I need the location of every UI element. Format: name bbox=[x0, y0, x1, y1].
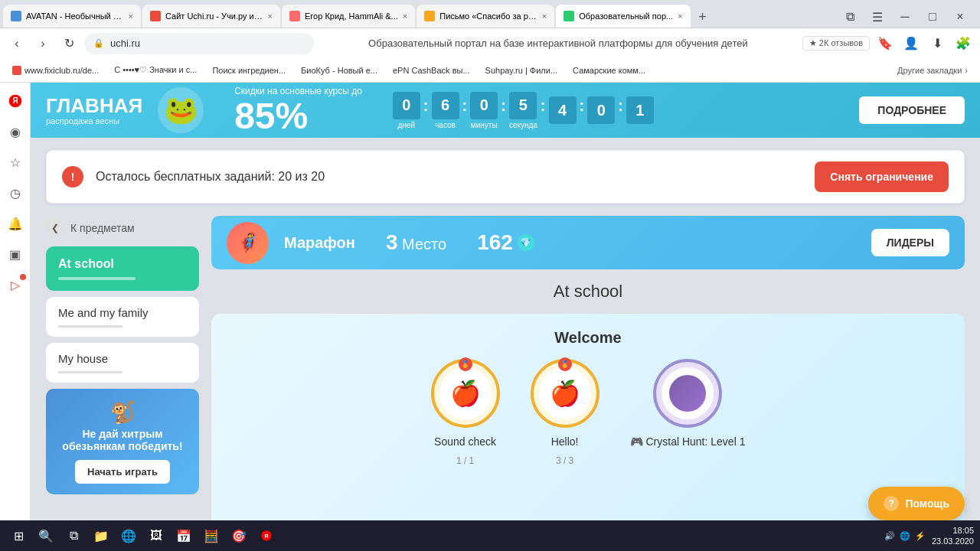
topic-me-and-family[interactable]: Me and my family bbox=[46, 297, 199, 337]
reload-button[interactable]: ↻ bbox=[58, 33, 80, 54]
welcome-title: Welcome bbox=[227, 329, 949, 347]
back-label: К предметам bbox=[70, 222, 135, 234]
tab-avatan[interactable]: AVATAN - Необычный Фо... × bbox=[3, 5, 141, 28]
app1-button[interactable]: 🎯 bbox=[227, 523, 251, 548]
lesson-crystal-hunt[interactable]: 🎮 Crystal Hunt: Level 1 bbox=[630, 359, 746, 448]
bookmark-suhpay[interactable]: Suhpay.ru | Фили... bbox=[479, 64, 564, 77]
right-content: 🦸 Марафон 3 Место 162 💎 ЛИДЕРЫ bbox=[211, 216, 965, 549]
promo-discount-label: Скидки на основные курсы до bbox=[234, 86, 362, 96]
lesson-medal-hello: 🏅 bbox=[558, 357, 572, 371]
bookmark-search[interactable]: Поиск ингредиен... bbox=[206, 64, 292, 77]
hamburger-button[interactable]: ☰ bbox=[867, 6, 888, 28]
countdown-s2: 4 bbox=[549, 96, 577, 124]
tab-close-uchiru[interactable]: × bbox=[268, 11, 273, 21]
maximize-button[interactable]: □ bbox=[922, 6, 943, 28]
promo-percent: 85% bbox=[234, 98, 308, 135]
two-col-layout: ❮ К предметам At school Me and my family bbox=[46, 216, 965, 549]
url-bar[interactable]: 🔒 uchi.ru bbox=[84, 33, 314, 54]
star-sidebar-icon[interactable]: ☆ bbox=[3, 150, 28, 174]
bookmark-c[interactable]: C ••••♥♡ Значки и с... bbox=[108, 64, 203, 77]
section-title: At school bbox=[211, 279, 965, 305]
browser-taskbar-button[interactable]: 🌐 bbox=[116, 523, 141, 548]
search-taskbar-button[interactable]: 🔍 bbox=[34, 523, 58, 548]
start-button[interactable]: ⊞ bbox=[6, 523, 31, 548]
help-button[interactable]: ? Помощь bbox=[868, 487, 965, 520]
tab-egorkrid[interactable]: Егор Крид, HammAli &... × bbox=[282, 5, 415, 28]
bookmark-epn[interactable]: ePN CashBack вы... bbox=[387, 64, 476, 77]
countdown-hours: 6 bbox=[432, 92, 459, 119]
extensions-button[interactable]: 🧩 bbox=[952, 33, 974, 54]
remove-limit-button[interactable]: Снять ограничение bbox=[815, 161, 949, 192]
url-text: uchi.ru bbox=[110, 37, 140, 49]
yandex-logo-icon[interactable]: Я bbox=[3, 89, 28, 113]
tab-letter[interactable]: Письмо «Спасибо за рег... × bbox=[416, 5, 554, 28]
tab-favicon-letter bbox=[424, 11, 435, 21]
back-to-subjects-link[interactable]: ❮ К предметам bbox=[46, 216, 199, 240]
history-sidebar-icon[interactable]: ◷ bbox=[3, 181, 28, 205]
download-button[interactable]: ⬇ bbox=[926, 33, 948, 54]
minimize-button[interactable]: ─ bbox=[894, 6, 916, 28]
monkey-banner-text: Не дай хитрым обезьянкам победить! bbox=[57, 428, 188, 452]
promo-main-text: ГЛАВНАЯ bbox=[46, 95, 142, 117]
marathon-place-text: Место bbox=[402, 236, 446, 253]
monkey-play-button[interactable]: Начать играть bbox=[75, 460, 170, 484]
task-view-button[interactable]: ⧉ bbox=[61, 523, 86, 548]
tab-label-uchiru: Сайт Uchi.ru - Учи.ру инте... bbox=[165, 11, 263, 21]
back-arrow-icon: ❮ bbox=[46, 219, 64, 237]
restore-button[interactable]: ⧉ bbox=[839, 6, 861, 28]
profile-button[interactable]: 👤 bbox=[900, 33, 922, 54]
bookmark-samara[interactable]: Самарские комм... bbox=[567, 64, 652, 77]
countdown-days-label: дней bbox=[398, 121, 416, 129]
tab-close-egorkrid[interactable]: × bbox=[403, 11, 407, 21]
countdown-minutes-label: минуты bbox=[471, 121, 498, 129]
tray-icon1: 🔊 bbox=[884, 531, 895, 541]
calculator-button[interactable]: 🧮 bbox=[199, 523, 224, 548]
help-label: Помощь bbox=[905, 497, 949, 510]
bookmarks-bar: www.fixiclub.ru/de... C ••••♥♡ Значки и … bbox=[0, 58, 980, 83]
yandex-button[interactable]: Я bbox=[254, 523, 279, 548]
tab-close-avatan[interactable]: × bbox=[129, 11, 133, 21]
marathon-place-num: 3 bbox=[386, 230, 398, 254]
bookmark-more[interactable]: Другие закладки › bbox=[891, 64, 974, 77]
screen-sidebar-icon[interactable]: ▣ bbox=[3, 242, 28, 266]
notifications-sidebar-icon[interactable]: 🔔 bbox=[3, 211, 28, 236]
left-sidebar: ❮ К предметам At school Me and my family bbox=[46, 216, 199, 549]
tab-close-letter[interactable]: × bbox=[542, 11, 547, 21]
promo-more-button[interactable]: ПОДРОБНЕЕ bbox=[859, 96, 965, 124]
leaders-button[interactable]: ЛИДЕРЫ bbox=[871, 229, 949, 256]
file-explorer-button[interactable]: 📁 bbox=[89, 523, 113, 548]
apple-icon-hello: 🍎 bbox=[550, 379, 580, 408]
reviews-badge[interactable]: ★ 2К отзывов bbox=[802, 36, 870, 51]
lesson-circle-inner-sound-check: 🍎 bbox=[439, 367, 492, 419]
tab-close-portal[interactable]: × bbox=[678, 11, 682, 21]
countdown-t1: 0 bbox=[587, 96, 615, 124]
marathon-label: Марафон bbox=[284, 234, 355, 252]
tab-uchiru[interactable]: Сайт Uchi.ru - Учи.ру инте... × bbox=[142, 5, 280, 28]
close-button[interactable]: × bbox=[949, 6, 971, 28]
lesson-hello[interactable]: 🏅 🍎 Hello! 3 / 3 bbox=[531, 359, 599, 466]
welcome-card: Welcome 🏅 🍎 bbox=[211, 314, 965, 549]
topic-my-house[interactable]: My house bbox=[46, 343, 199, 383]
topic-me-and-family-bar bbox=[58, 325, 122, 328]
new-tab-button[interactable]: + bbox=[692, 6, 714, 28]
bookmark-biokub[interactable]: БиоКуб - Новый е... bbox=[295, 64, 384, 77]
active-topic-at-school[interactable]: At school bbox=[46, 246, 199, 291]
browser-left-sidebar: Я ◉ ☆ ◷ 🔔 ▣ ▷ bbox=[0, 83, 31, 551]
bookmark-label: БиоКуб - Новый е... bbox=[301, 66, 377, 75]
taskbar-clock: 18:05 23.03.2020 bbox=[932, 525, 974, 547]
zen-icon[interactable]: ◉ bbox=[3, 119, 28, 144]
active-sidebar-icon[interactable]: ▷ bbox=[3, 272, 28, 297]
taskbar-tray: 🔊 🌐 ⚡ bbox=[884, 531, 926, 541]
lesson-sound-check[interactable]: 🏅 🍎 Sound check 1 / 1 bbox=[431, 359, 500, 466]
colon6: : bbox=[618, 97, 623, 124]
active-topic-progress-bar bbox=[58, 277, 136, 280]
bookmark-button[interactable]: 🔖 bbox=[874, 33, 896, 54]
forward-nav-button[interactable]: › bbox=[32, 33, 54, 54]
gem-icon: 💎 bbox=[518, 234, 534, 251]
photos-button[interactable]: 🖼 bbox=[144, 523, 168, 548]
calendar-button[interactable]: 📅 bbox=[172, 523, 196, 548]
tab-portal[interactable]: Образовательный пор... × bbox=[556, 5, 690, 28]
bookmark-fixiclub[interactable]: www.fixiclub.ru/de... bbox=[6, 64, 105, 77]
back-nav-button[interactable]: ‹ bbox=[6, 33, 28, 54]
bookmark-label: C ••••♥♡ Значки и с... bbox=[114, 65, 197, 75]
